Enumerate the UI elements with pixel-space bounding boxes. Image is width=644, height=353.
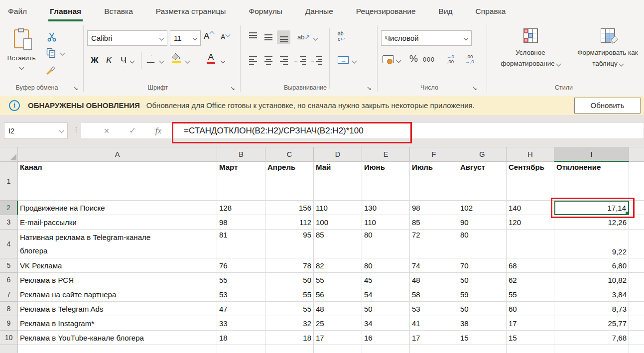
cell-F[interactable] xyxy=(410,345,458,353)
cell-C10[interactable]: 18 xyxy=(265,331,314,345)
cell-B6[interactable]: 55 xyxy=(217,273,265,287)
chevron-down-icon[interactable] xyxy=(396,58,401,63)
cell-H2[interactable]: 140 xyxy=(507,201,554,215)
format-as-table-button[interactable]: Форматировать как таблицу xyxy=(571,26,644,91)
accounting-format-button[interactable] xyxy=(383,55,394,63)
alignment-dialog-launcher[interactable]: ↘ xyxy=(367,85,372,92)
enter-button[interactable]: ✓ xyxy=(125,123,140,138)
cell-B1[interactable]: Март xyxy=(217,162,265,201)
column-header-A[interactable]: A xyxy=(18,147,217,162)
cell-H8[interactable]: 60 xyxy=(507,302,554,316)
cell-F5[interactable]: 74 xyxy=(410,258,458,273)
cell-E4[interactable]: 80 xyxy=(362,230,410,258)
cell-empty[interactable] xyxy=(629,201,644,215)
cell-F2[interactable]: 98 xyxy=(410,201,458,215)
cell-empty[interactable] xyxy=(629,258,644,273)
number-dialog-launcher[interactable]: ↘ xyxy=(472,85,477,92)
percent-style-button[interactable]: % xyxy=(409,53,418,64)
cell-C8[interactable]: 55 xyxy=(265,302,314,316)
cell-H7[interactable]: 55 xyxy=(507,287,554,302)
cell-A5[interactable]: VK Реклама xyxy=(18,258,217,273)
tab-home[interactable]: Главная xyxy=(50,0,81,22)
cell-I1[interactable]: Отклонение xyxy=(554,162,629,201)
tab-review[interactable]: Рецензирование xyxy=(356,0,416,22)
cell-empty[interactable] xyxy=(629,316,644,331)
fill-color-button[interactable] xyxy=(171,53,181,63)
decrease-indent-button[interactable]: ← xyxy=(293,53,306,67)
select-all-button[interactable] xyxy=(0,147,18,162)
cell-D4[interactable]: 85 xyxy=(314,230,362,258)
cut-button[interactable] xyxy=(45,30,59,43)
cell-C1[interactable]: Апрель xyxy=(265,162,314,201)
align-right-button[interactable] xyxy=(277,53,290,67)
cell-C6[interactable]: 50 xyxy=(265,273,314,287)
cell-styles-button[interactable]: Стили ячеек xyxy=(640,26,644,91)
cell-E[interactable] xyxy=(362,345,410,353)
cell-H10[interactable]: 15 xyxy=(507,331,554,345)
align-top-button[interactable] xyxy=(246,30,259,44)
copy-button[interactable] xyxy=(44,46,58,59)
cell-D2[interactable]: 110 xyxy=(314,201,362,215)
cell-G4[interactable]: 80 xyxy=(458,230,507,258)
italic-button[interactable]: K xyxy=(103,53,116,67)
cell-C3[interactable]: 112 xyxy=(265,215,314,230)
cell-C5[interactable]: 78 xyxy=(265,258,314,273)
cell-G7[interactable]: 59 xyxy=(458,287,507,302)
row-header-1[interactable]: 1 xyxy=(0,162,18,201)
row-header-10[interactable]: 10 xyxy=(0,331,18,345)
align-middle-button[interactable] xyxy=(261,30,275,44)
drag-handle-dots[interactable]: ⋮ xyxy=(73,125,80,133)
cell-B[interactable] xyxy=(217,345,265,353)
cell-D5[interactable]: 82 xyxy=(314,258,362,273)
column-header-H[interactable]: H xyxy=(507,147,554,162)
cell-E8[interactable]: 50 xyxy=(362,302,410,316)
cell-I6[interactable]: 10,82 xyxy=(554,273,629,287)
cell-H4[interactable] xyxy=(507,230,554,258)
merge-center-button[interactable]: ↔ xyxy=(338,56,349,64)
cell-G9[interactable]: 38 xyxy=(458,316,507,331)
row-header-2[interactable]: 2 xyxy=(0,201,18,215)
row-header-7[interactable]: 7 xyxy=(0,287,18,302)
cell-E1[interactable]: Июнь xyxy=(362,162,410,201)
cell-A8[interactable]: Реклама в Telegram Ads xyxy=(18,302,217,316)
cell-empty[interactable] xyxy=(629,230,644,258)
conditional-formatting-button[interactable]: Условное форматирование xyxy=(492,26,569,91)
align-left-button[interactable] xyxy=(246,53,259,67)
chevron-down-icon[interactable] xyxy=(159,59,164,64)
cell-E7[interactable]: 54 xyxy=(362,287,410,302)
cell-B3[interactable]: 98 xyxy=(217,215,265,230)
column-header-partial[interactable] xyxy=(629,147,644,162)
cell-D10[interactable]: 17 xyxy=(314,331,362,345)
underline-button[interactable]: Ч xyxy=(117,53,130,67)
column-header-D[interactable]: D xyxy=(314,147,362,162)
comma-style-button[interactable]: 000 xyxy=(423,56,435,63)
cell-B9[interactable]: 33 xyxy=(217,316,265,331)
increase-decimal-button[interactable]: ←0 ,00 xyxy=(447,54,454,64)
clipboard-dialog-launcher[interactable]: ↘ xyxy=(73,85,78,92)
tab-view[interactable]: Вид xyxy=(439,0,453,22)
chevron-down-icon[interactable] xyxy=(352,59,357,64)
wrap-text-button[interactable]: ab c↩ xyxy=(338,31,345,42)
tab-file[interactable]: Файл xyxy=(8,0,27,22)
cell-empty[interactable] xyxy=(629,273,644,287)
name-box[interactable]: I2 xyxy=(4,122,68,139)
cell-empty[interactable] xyxy=(629,287,644,302)
cell-D3[interactable]: 100 xyxy=(314,215,362,230)
cell-empty[interactable] xyxy=(629,302,644,316)
cell-I9[interactable]: 25,77 xyxy=(554,316,629,331)
cell-A2[interactable]: Продвижение на Поиске xyxy=(18,201,217,215)
cell-I3[interactable]: 12,26 xyxy=(554,215,629,230)
cell-B7[interactable]: 53 xyxy=(217,287,265,302)
cell-D1[interactable]: Май xyxy=(314,162,362,201)
cell-C9[interactable]: 32 xyxy=(265,316,314,331)
cell-B4[interactable]: 81 xyxy=(217,230,265,258)
cell-I2[interactable]: 17,14 xyxy=(554,201,629,215)
cell-F9[interactable]: 41 xyxy=(410,316,458,331)
cell-D7[interactable]: 56 xyxy=(314,287,362,302)
cell-G2[interactable]: 102 xyxy=(458,201,507,215)
paste-button[interactable]: Вставить xyxy=(3,26,40,85)
decrease-decimal-button[interactable]: ,00 →,0 xyxy=(465,54,474,64)
tab-help[interactable]: Справка xyxy=(476,0,506,22)
cell-G8[interactable]: 50 xyxy=(458,302,507,316)
column-header-G[interactable]: G xyxy=(458,147,507,162)
